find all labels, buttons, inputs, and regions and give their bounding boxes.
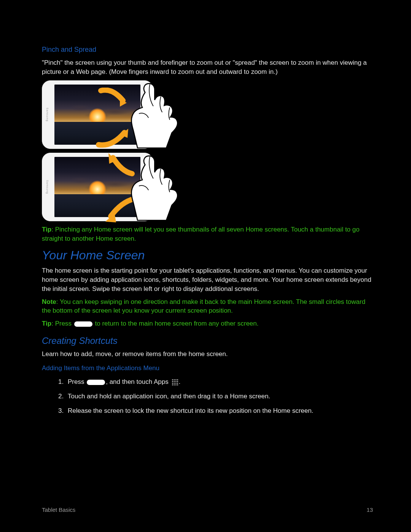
list-item: Release the screen to lock the new short… [65, 406, 373, 415]
home-button-icon [87, 380, 105, 385]
body-creating-shortcuts: Learn how to add, move, or remove items … [42, 350, 373, 359]
heading-creating-shortcuts: Creating Shortcuts [42, 334, 373, 347]
list-item: Touch and hold an application icon, and … [65, 392, 373, 401]
tip-after: to return to the main home screen from a… [93, 320, 259, 327]
brand-label: Samsung [45, 107, 49, 121]
note-home: Note: You can keep swiping in one direct… [42, 297, 373, 316]
body-pinch-spread: "Pinch" the screen using your thumb and … [42, 58, 373, 77]
home-button-icon [74, 321, 92, 327]
tip-label: Tip [42, 226, 51, 233]
speaker-dot [145, 116, 147, 117]
speaker-dot [145, 188, 147, 190]
camera-dot [145, 107, 147, 110]
body-home-screen: The home screen is the starting point fo… [42, 266, 373, 293]
heading-home-screen: Your Home Screen [42, 247, 373, 264]
tip-pinch: Tip: Pinching any Home screen will let y… [42, 225, 373, 243]
note-label: Note [42, 298, 56, 305]
step1-mid: , and then touch [106, 378, 154, 385]
step1-bold: Apps [154, 378, 169, 385]
footer-section: Tablet Basics [42, 506, 75, 514]
heading-adding-items: Adding Items from the Applications Menu [42, 364, 373, 373]
tip-before: : Press [51, 320, 73, 327]
tablet-pinch: Samsung [42, 80, 153, 149]
steps-list: Press , and then touch Apps . Touch and … [42, 377, 373, 415]
apps-grid-icon [172, 379, 178, 386]
note-text: : You can keep swiping in one direction … [42, 298, 365, 315]
list-item: Press , and then touch Apps . [65, 377, 373, 387]
footer-page-number: 13 [366, 506, 373, 514]
brand-label: Samsung [45, 180, 49, 194]
tablet-spread: Samsung [42, 153, 153, 221]
tip-text: : Pinching any Home screen will let you … [42, 226, 360, 242]
tip-label: Tip [42, 320, 51, 327]
pinch-spread-illustration: Samsung [42, 80, 373, 221]
heading-pinch-spread: Pinch and Spread [42, 45, 373, 54]
tablet-screen [54, 85, 140, 145]
page-footer: Tablet Basics 13 [42, 506, 373, 514]
tip-home: Tip: Press to return to the main home sc… [42, 319, 373, 328]
camera-dot [145, 180, 147, 182]
step1-before: Press [68, 378, 86, 385]
tablet-screen [54, 157, 140, 217]
